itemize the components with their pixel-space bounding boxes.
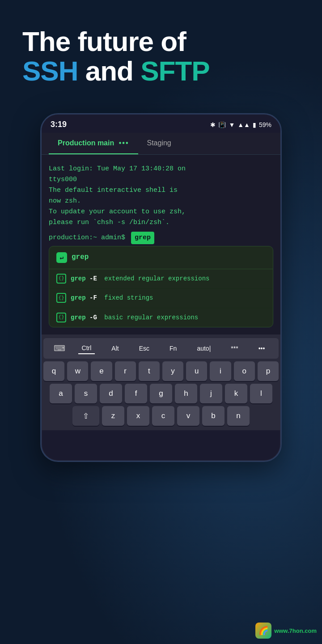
hero-section: The future of SSH and SFTP <box>0 0 322 104</box>
key-k[interactable]: k <box>225 384 247 403</box>
hero-line1: The future of <box>22 27 300 56</box>
keyboard-toolbar: ⌨ Ctrl Alt Esc Fn auto| *** ••• <box>43 338 279 359</box>
sftp-label: SFTP <box>140 55 209 86</box>
terminal-prompt: production:~ admin$ <box>49 233 129 243</box>
item-command-1: grep <box>71 274 86 284</box>
fn-key[interactable]: Fn <box>166 343 180 354</box>
auto-key[interactable]: auto| <box>193 343 214 354</box>
more-key[interactable]: ••• <box>255 343 269 354</box>
tab-staging[interactable]: Staging <box>138 133 180 154</box>
key-p[interactable]: p <box>258 361 279 381</box>
key-n[interactable]: n <box>227 406 250 426</box>
item-desc-3: basic regular expressions <box>101 313 198 322</box>
terminal-area: Last login: Tue May 17 13:40:28 on ttys0… <box>42 155 280 335</box>
keyboard: ⌨ Ctrl Alt Esc Fn auto| *** ••• q w e r … <box>42 335 280 430</box>
keyboard-icon[interactable]: ⌨ <box>54 343 65 353</box>
bluetooth-icon: ✱ <box>210 121 216 128</box>
terminal-command: grep <box>131 232 154 244</box>
and-label: and <box>78 55 140 86</box>
autocomplete-dropdown[interactable]: ↵ grep {} grep -E extended regular expre… <box>49 246 273 327</box>
status-icons: ✱ 📳 ▼ ▲▲ ▮ 59% <box>210 121 271 128</box>
item-desc-1: extended regular expressions <box>101 274 210 284</box>
key-f[interactable]: f <box>125 384 147 403</box>
key-d[interactable]: d <box>100 384 122 403</box>
alt-key[interactable]: Alt <box>108 343 122 354</box>
autocomplete-header-text: grep <box>72 252 89 263</box>
tab-production[interactable]: Production main ••• <box>49 133 138 154</box>
tab-staging-label: Staging <box>147 139 171 147</box>
autocomplete-item-3[interactable]: {} grep -G basic regular expressions <box>49 308 273 327</box>
autocomplete-item-2[interactable]: {} grep -F fixed strings <box>49 288 273 308</box>
phone-mockup: 3:19 ✱ 📳 ▼ ▲▲ ▮ 59% Production main ••• … <box>40 113 282 462</box>
key-j[interactable]: j <box>200 384 222 403</box>
tab-bar: Production main ••• Staging <box>42 133 280 155</box>
key-q[interactable]: q <box>43 361 64 381</box>
key-s[interactable]: s <box>75 384 97 403</box>
key-e[interactable]: e <box>91 361 112 381</box>
command-line: production:~ admin$ grep <box>49 232 273 244</box>
key-o[interactable]: o <box>234 361 255 381</box>
keyboard-row-2: a s d f g h j k l <box>43 384 279 403</box>
signal-icon: ▲▲ <box>237 121 250 128</box>
watermark: 🌈 www.7hon.com <box>255 623 317 639</box>
ctrl-key[interactable]: Ctrl <box>78 343 95 354</box>
key-w[interactable]: w <box>67 361 88 381</box>
key-g[interactable]: g <box>150 384 172 403</box>
key-l[interactable]: l <box>250 384 272 403</box>
battery-level: 59% <box>259 121 271 128</box>
autocomplete-item-1[interactable]: {} grep -E extended regular expressions <box>49 269 273 288</box>
phone-container: 3:19 ✱ 📳 ▼ ▲▲ ▮ 59% Production main ••• … <box>0 113 322 462</box>
item-icon-3: {} <box>56 313 66 322</box>
autocomplete-header-icon: ↵ <box>56 252 67 263</box>
esc-key[interactable]: Esc <box>136 343 153 354</box>
hero-line2: SSH and SFTP <box>22 56 300 86</box>
key-i[interactable]: i <box>210 361 231 381</box>
key-v[interactable]: v <box>177 406 199 426</box>
stars-key[interactable]: *** <box>227 343 242 354</box>
tab-production-label: Production main <box>58 139 114 147</box>
keyboard-row-3: ⇧ z x c v b n <box>43 406 279 426</box>
battery-icon: ▮ <box>253 121 256 128</box>
item-desc-2: fixed strings <box>101 293 153 303</box>
key-shift[interactable]: ⇧ <box>72 406 99 426</box>
key-a[interactable]: a <box>50 384 72 403</box>
item-command-2: grep <box>71 293 86 303</box>
key-c[interactable]: c <box>152 406 174 426</box>
ssh-label: SSH <box>22 55 78 86</box>
key-z[interactable]: z <box>102 406 124 426</box>
item-icon-2: {} <box>56 293 66 303</box>
key-b[interactable]: b <box>202 406 225 426</box>
item-command-3: grep <box>71 313 86 322</box>
vibrate-icon: 📳 <box>218 121 226 128</box>
key-y[interactable]: y <box>162 361 183 381</box>
key-r[interactable]: r <box>115 361 136 381</box>
item-flag-3: -G <box>86 313 97 322</box>
status-bar: 3:19 ✱ 📳 ▼ ▲▲ ▮ 59% <box>42 114 280 133</box>
autocomplete-header: ↵ grep <box>49 246 273 269</box>
item-flag-1: -E <box>86 274 97 284</box>
key-u[interactable]: u <box>186 361 207 381</box>
item-flag-2: -F <box>86 293 97 303</box>
key-t[interactable]: t <box>139 361 160 381</box>
tab-production-dots: ••• <box>119 139 129 147</box>
watermark-text: www.7hon.com <box>274 627 317 634</box>
watermark-badge: 🌈 <box>255 623 271 639</box>
item-icon-1: {} <box>56 274 66 284</box>
terminal-output: Last login: Tue May 17 13:40:28 on ttys0… <box>49 164 273 228</box>
status-time: 3:19 <box>51 120 67 129</box>
key-x[interactable]: x <box>127 406 149 426</box>
wifi-icon: ▼ <box>229 121 235 128</box>
keyboard-row-1: q w e r t y u i o p <box>43 361 279 381</box>
key-h[interactable]: h <box>175 384 197 403</box>
